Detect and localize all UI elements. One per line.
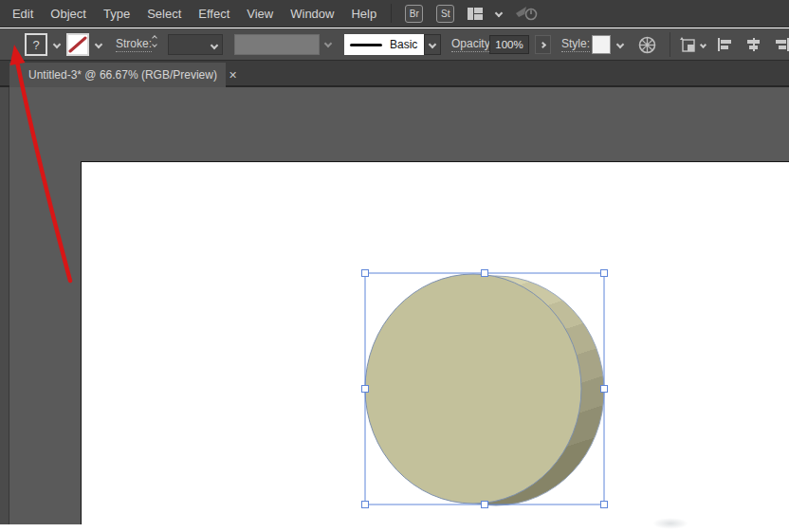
stroke-chevron-down-icon[interactable]	[92, 38, 105, 51]
isolate-object-icon[interactable]	[679, 36, 698, 54]
align-right-icon[interactable]	[773, 38, 789, 51]
style-label[interactable]: Style:	[561, 37, 590, 52]
control-bar: ? Stroke: Basic Opacity: 100% Sty	[0, 28, 789, 61]
opacity-label[interactable]: Opacity:	[451, 37, 493, 52]
menubar-app-buttons: Br St	[405, 5, 540, 23]
opacity-input[interactable]: 100%	[489, 35, 529, 54]
menu-window[interactable]: Window	[282, 0, 342, 28]
stroke-weight-dropdown[interactable]	[168, 34, 223, 55]
handle-bottom-right[interactable]	[601, 502, 608, 508]
artwork-layer	[0, 87, 789, 524]
controlbar-divider	[670, 32, 670, 57]
faint-artifact	[652, 518, 688, 529]
canvas-area[interactable]	[0, 87, 789, 524]
tab-close-icon[interactable]: ✕	[229, 69, 237, 82]
recolor-artwork-icon[interactable]	[638, 36, 656, 54]
menu-help[interactable]: Help	[342, 0, 385, 28]
menu-edit[interactable]: Edit	[4, 0, 42, 28]
profile-chevron-down-icon	[324, 40, 332, 47]
handle-mid-left[interactable]	[362, 386, 369, 393]
stroke-weight-stepper[interactable]	[153, 36, 156, 46]
brush-chevron-down-icon[interactable]	[424, 34, 441, 55]
menu-items: File Edit Object Type Select Effect View…	[0, 0, 385, 28]
isolate-chevron-down-icon[interactable]	[700, 42, 706, 48]
menu-type[interactable]: Type	[95, 0, 138, 28]
menu-effect[interactable]: Effect	[190, 0, 238, 28]
style-swatch[interactable]	[592, 35, 611, 54]
none-stroke-icon	[68, 35, 87, 54]
handle-top-right[interactable]	[601, 270, 608, 277]
align-left-icon[interactable]	[718, 38, 734, 51]
bridge-button[interactable]: Br	[405, 5, 423, 23]
brush-preview: Basic	[344, 34, 424, 55]
variable-width-profile-dropdown	[234, 34, 320, 55]
stock-button[interactable]: St	[436, 5, 454, 23]
document-tab-bar: Untitled-3* @ 66.67% (RGB/Preview) ✕	[0, 61, 789, 87]
handle-top-left[interactable]	[362, 270, 369, 277]
shape-front-face[interactable]	[365, 274, 581, 504]
workspace-chevron-down-icon[interactable]	[495, 9, 503, 17]
menubar-divider	[391, 4, 392, 23]
fill-swatch[interactable]: ?	[25, 33, 47, 56]
fill-chevron-down-icon[interactable]	[50, 38, 64, 51]
brush-name: Basic	[390, 38, 417, 51]
menu-object[interactable]: Object	[42, 0, 95, 28]
menu-view[interactable]: View	[238, 0, 282, 28]
fill-unknown-mark: ?	[32, 38, 39, 52]
brush-stroke-preview-icon	[350, 44, 382, 46]
menu-select[interactable]: Select	[138, 0, 190, 28]
workspace-switcher-icon[interactable]	[468, 8, 483, 20]
handle-top-center[interactable]	[482, 270, 488, 277]
style-chevron-down-icon[interactable]	[614, 38, 627, 51]
stroke-weight-label[interactable]: Stroke:	[116, 37, 152, 52]
illustrator-window: File Edit Object Type Select Effect View…	[0, 0, 789, 532]
opacity-expand-button[interactable]	[535, 35, 551, 54]
share-icon[interactable]	[515, 5, 540, 22]
document-title: Untitled-3* @ 66.67% (RGB/Preview)	[28, 68, 217, 82]
handle-bottom-left[interactable]	[362, 502, 369, 508]
menu-bar: File Edit Object Type Select Effect View…	[0, 0, 789, 28]
handle-mid-right[interactable]	[601, 386, 608, 393]
align-center-icon[interactable]	[745, 38, 761, 51]
brush-definition-dropdown[interactable]: Basic	[344, 34, 441, 55]
stroke-swatch[interactable]	[66, 33, 89, 56]
handle-bottom-center[interactable]	[482, 502, 488, 508]
document-tab[interactable]: Untitled-3* @ 66.67% (RGB/Preview) ✕	[9, 63, 226, 87]
